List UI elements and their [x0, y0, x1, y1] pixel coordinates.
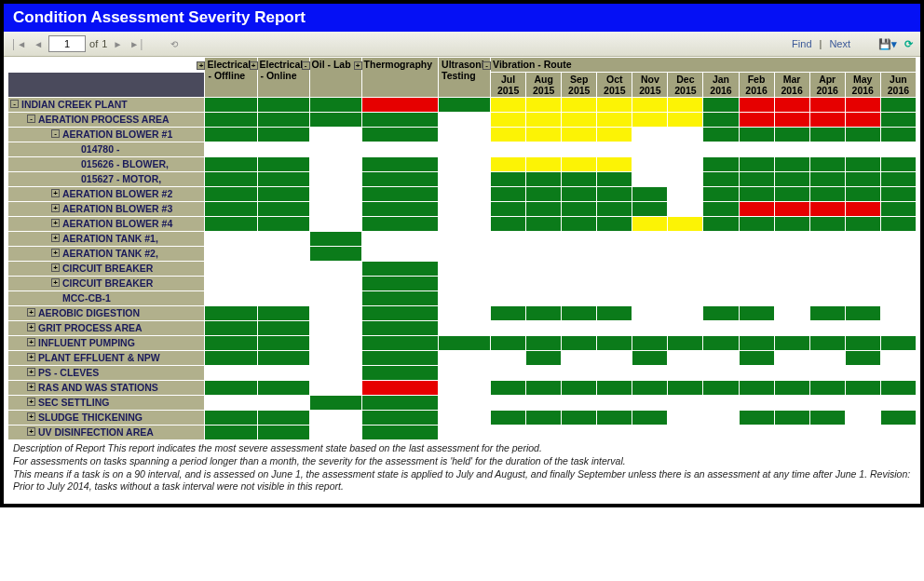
severity-cell — [562, 262, 597, 277]
month-header[interactable]: Oct 2015 — [597, 73, 632, 98]
month-header[interactable]: May 2016 — [845, 73, 880, 98]
severity-cell — [632, 321, 668, 336]
severity-cell — [774, 351, 809, 366]
row-label[interactable]: +PLANT EFFLUENT & NPW — [8, 351, 205, 366]
row-label[interactable]: 015627 - MOTOR, — [8, 172, 205, 187]
row-label[interactable]: +AEROBIC DIGESTION — [8, 306, 205, 321]
row-label[interactable]: +AERATION TANK #1, — [8, 232, 205, 247]
severity-cell — [703, 187, 739, 202]
refresh-icon[interactable]: ⟳ — [903, 38, 915, 50]
row-label[interactable]: -AERATION PROCESS AREA — [8, 113, 205, 128]
row-label[interactable]: -INDIAN CREEK PLANT — [8, 98, 205, 113]
row-toggle[interactable]: + — [27, 338, 35, 346]
last-page-icon[interactable]: ►│ — [128, 39, 146, 49]
row-label[interactable]: +PS - CLEVES — [8, 366, 205, 381]
row-toggle[interactable]: + — [27, 368, 35, 376]
row-toggle[interactable]: + — [51, 219, 60, 227]
row-toggle[interactable]: + — [27, 308, 35, 317]
row-toggle[interactable]: + — [27, 427, 35, 436]
severity-cell — [845, 321, 880, 336]
row-toggle[interactable]: - — [10, 100, 19, 108]
col-toggle-therm[interactable]: + — [354, 61, 362, 70]
severity-cell — [880, 262, 916, 277]
of-label: of — [89, 38, 98, 49]
row-label[interactable]: 014780 - — [8, 142, 205, 157]
find-link[interactable]: Find — [788, 38, 815, 49]
severity-cell — [361, 247, 438, 262]
month-header[interactable]: Dec 2015 — [668, 73, 703, 98]
row-label[interactable]: -AERATION BLOWER #1 — [8, 128, 205, 142]
severity-cell — [597, 381, 632, 396]
col-header-vibration[interactable]: -Vibration - Route — [491, 58, 917, 73]
month-header[interactable]: Feb 2016 — [739, 73, 774, 98]
month-header[interactable]: Aug 2015 — [526, 73, 562, 98]
month-header[interactable]: Apr 2016 — [809, 73, 845, 98]
col-toggle-eon[interactable]: + — [250, 61, 258, 70]
severity-cell — [491, 381, 526, 396]
severity-cell — [632, 247, 668, 262]
col-toggle-vibration[interactable]: - — [482, 61, 491, 70]
first-page-icon[interactable]: │◄ — [9, 39, 28, 49]
month-header[interactable]: Jul 2015 — [491, 73, 526, 98]
severity-cell — [739, 291, 774, 306]
export-icon[interactable]: 💾▾ — [876, 38, 899, 50]
severity-cell — [491, 217, 526, 232]
month-header[interactable]: Jun 2016 — [880, 73, 916, 98]
row-toggle[interactable]: - — [51, 129, 60, 138]
month-header[interactable]: Nov 2015 — [632, 73, 668, 98]
row-label[interactable]: +CIRCUIT BREAKER — [8, 262, 205, 277]
month-header[interactable]: Mar 2016 — [774, 73, 809, 98]
row-toggle[interactable]: + — [27, 383, 35, 391]
severity-cell — [809, 396, 845, 411]
next-link[interactable]: Next — [825, 38, 854, 49]
severity-cell — [562, 336, 597, 351]
row-label[interactable]: +AERATION TANK #2, — [8, 247, 205, 262]
row-label[interactable]: MCC-CB-1 — [8, 291, 205, 306]
row-label[interactable]: +AERATION BLOWER #3 — [8, 202, 205, 217]
prev-page-icon[interactable]: ◄ — [32, 39, 45, 49]
severity-cell — [668, 366, 703, 381]
severity-cell — [880, 396, 916, 411]
severity-cell — [774, 411, 809, 426]
row-toggle[interactable]: + — [51, 278, 60, 287]
row-toggle[interactable]: + — [51, 234, 60, 242]
row-toggle[interactable]: - — [27, 115, 35, 123]
row-label[interactable]: +SLUDGE THICKENING — [8, 411, 205, 426]
row-toggle[interactable]: + — [27, 353, 35, 361]
row-label[interactable]: +CIRCUIT BREAKER — [8, 277, 205, 291]
row-label[interactable]: +UV DISINFECTION AREA — [8, 426, 205, 440]
row-label[interactable]: +SEC SETTLING — [8, 396, 205, 411]
row-label[interactable]: +AERATION BLOWER #2 — [8, 187, 205, 202]
row-label[interactable]: +INFLUENT PUMPING — [8, 336, 205, 351]
row-label[interactable]: +GRIT PROCESS AREA — [8, 321, 205, 336]
severity-cell — [845, 351, 880, 366]
severity-cell — [491, 247, 526, 262]
col-header-therm[interactable]: +Thermography — [361, 58, 438, 98]
row-toggle[interactable]: + — [27, 398, 35, 406]
severity-cell — [439, 187, 491, 202]
row-toggle[interactable]: + — [27, 323, 35, 331]
month-header[interactable]: Sep 2015 — [562, 73, 597, 98]
row-toggle[interactable]: + — [51, 204, 60, 212]
severity-cell — [597, 366, 632, 381]
row-label[interactable]: +AERATION BLOWER #4 — [8, 217, 205, 232]
severity-cell — [739, 128, 774, 142]
row-label[interactable]: +RAS AND WAS STATIONS — [8, 381, 205, 396]
back-icon[interactable]: ⟲ — [169, 39, 180, 49]
page-number-input[interactable] — [48, 35, 86, 52]
severity-cell — [845, 202, 880, 217]
severity-cell — [880, 291, 916, 306]
month-header[interactable]: Jan 2016 — [703, 73, 739, 98]
row-label[interactable]: 015626 - BLOWER, — [8, 157, 205, 172]
severity-cell — [668, 232, 703, 247]
col-toggle-eoff[interactable]: + — [197, 61, 205, 70]
row-toggle[interactable]: + — [51, 249, 60, 257]
severity-cell — [361, 351, 438, 366]
severity-cell — [526, 157, 562, 172]
row-toggle[interactable]: + — [51, 263, 60, 272]
col-toggle-oil[interactable]: - — [302, 61, 310, 70]
next-page-icon[interactable]: ► — [111, 39, 124, 49]
severity-cell — [703, 232, 739, 247]
row-toggle[interactable]: + — [27, 412, 35, 421]
row-toggle[interactable]: + — [51, 189, 60, 197]
